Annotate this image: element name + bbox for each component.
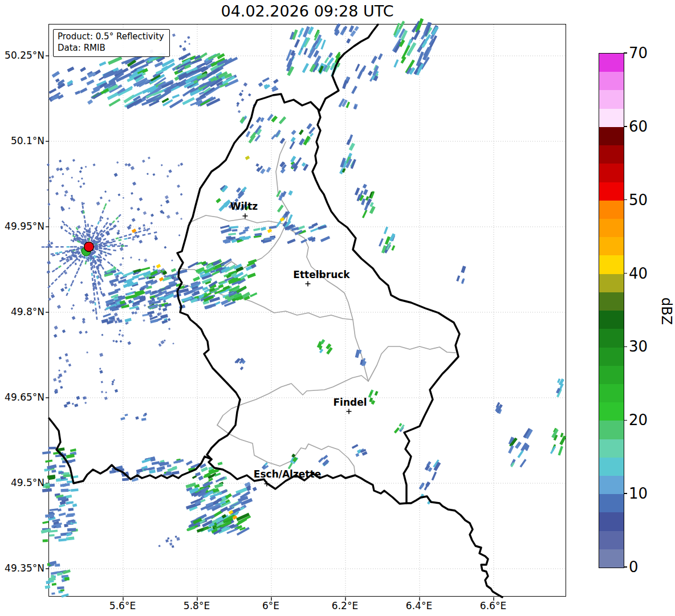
- colorbar-segment: [599, 54, 624, 72]
- city-marker: [347, 409, 352, 414]
- radar-figure: 04.02.2026 09:28 UTC WiltzEttelbruckFind…: [0, 0, 675, 616]
- colorbar-segment: [599, 127, 624, 145]
- radar-map-canvas: WiltzEttelbruckFindelEsch/Alzette: [49, 25, 567, 597]
- city-label: Findel: [333, 397, 367, 408]
- product-info-line: Product: 0.5° Reflectivity: [58, 31, 164, 43]
- colorbar-tick-label: 0: [629, 558, 639, 576]
- city-labels: WiltzEttelbruckFindelEsch/Alzette: [230, 201, 367, 487]
- colorbar-segment: [599, 219, 624, 237]
- colorbar-tick-label: 50: [629, 191, 648, 209]
- data-source-line: Data: RMIB: [58, 43, 164, 54]
- lat-tick-label: 49.65°N: [0, 391, 44, 403]
- colorbar-segment: [599, 366, 624, 384]
- city-label: Esch/Alzette: [254, 468, 321, 480]
- lat-tick-label: 49.8°N: [0, 306, 44, 317]
- figure-title: 04.02.2026 09:28 UTC: [48, 2, 566, 20]
- colorbar-segment: [599, 476, 624, 494]
- colorbar-tick-mark: [624, 199, 627, 200]
- colorbar-tick-mark: [624, 566, 627, 567]
- colorbar-segment: [599, 439, 624, 458]
- colorbar-tick-label: 10: [629, 485, 648, 502]
- colorbar-tick-label: 20: [629, 411, 648, 429]
- colorbar-segment: [599, 549, 624, 568]
- district-borders: [180, 142, 456, 475]
- lat-tick-label: 50.1°N: [0, 135, 44, 146]
- colorbar-segment: [599, 531, 624, 549]
- colorbar-tick-mark: [624, 346, 627, 347]
- colorbar-segment: [599, 274, 624, 292]
- colorbar-segment: [599, 329, 624, 347]
- colorbar-segment: [599, 384, 624, 402]
- colorbar-segment: [599, 255, 624, 274]
- colorbar-tick-mark: [624, 420, 627, 421]
- axis-tick-marks: [46, 56, 494, 601]
- colorbar-segment: [599, 237, 624, 255]
- colorbar-segment: [599, 164, 624, 182]
- colorbar-segment: [599, 145, 624, 164]
- colorbar-tick-label: 30: [629, 338, 648, 355]
- colorbar-segment: [599, 182, 624, 201]
- lat-tick-label: 49.5°N: [0, 477, 44, 488]
- lon-tick-label: 6.2°E: [332, 600, 358, 611]
- colorbar-segment: [599, 109, 624, 127]
- colorbar-tick-label: 60: [629, 118, 648, 135]
- lon-tick-label: 5.8°E: [184, 600, 210, 611]
- lon-tick-label: 6.4°E: [406, 600, 432, 611]
- colorbar-segment: [599, 402, 624, 421]
- colorbar-tick-mark: [624, 493, 627, 493]
- colorbar-tick-label: 40: [629, 265, 648, 282]
- map-plot: WiltzEttelbruckFindelEsch/Alzette Produc…: [48, 24, 566, 597]
- colorbar-tick-label: 70: [629, 44, 648, 62]
- national-borders: [49, 25, 502, 597]
- city-label: Ettelbruck: [293, 269, 350, 280]
- colorbar-segment: [599, 348, 624, 366]
- lat-tick-label: 50.25°N: [0, 50, 44, 61]
- colorbar-segment: [599, 512, 624, 531]
- colorbar-bar: [599, 53, 624, 568]
- city-marker: [306, 282, 311, 287]
- colorbar-segment: [599, 311, 624, 329]
- colorbar-tick-mark: [624, 273, 627, 274]
- colorbar-segment: [599, 72, 624, 90]
- lon-tick-label: 6.6°E: [480, 600, 506, 611]
- city-label: Wiltz: [230, 201, 258, 212]
- strong-echo-cells: [132, 156, 285, 520]
- colorbar-segment: [599, 292, 624, 311]
- product-info-box: Product: 0.5° Reflectivity Data: RMIB: [53, 29, 170, 57]
- colorbar-segment: [599, 458, 624, 476]
- colorbar-tick-mark: [624, 52, 627, 53]
- lon-tick-label: 6°E: [262, 600, 279, 611]
- colorbar-segment: [599, 201, 624, 219]
- colorbar-tick-mark: [624, 126, 627, 127]
- colorbar-segment: [599, 494, 624, 512]
- colorbar-unit-label: dBZ: [658, 297, 674, 325]
- colorbar-segment: [599, 421, 624, 439]
- lat-tick-label: 49.35°N: [0, 562, 44, 574]
- lat-tick-label: 49.95°N: [0, 221, 44, 232]
- city-marker: [243, 214, 248, 219]
- colorbar-segment: [599, 90, 624, 108]
- radar-site-dot: [84, 242, 94, 252]
- lon-tick-label: 5.6°E: [109, 600, 136, 611]
- grid-lines: [49, 25, 567, 597]
